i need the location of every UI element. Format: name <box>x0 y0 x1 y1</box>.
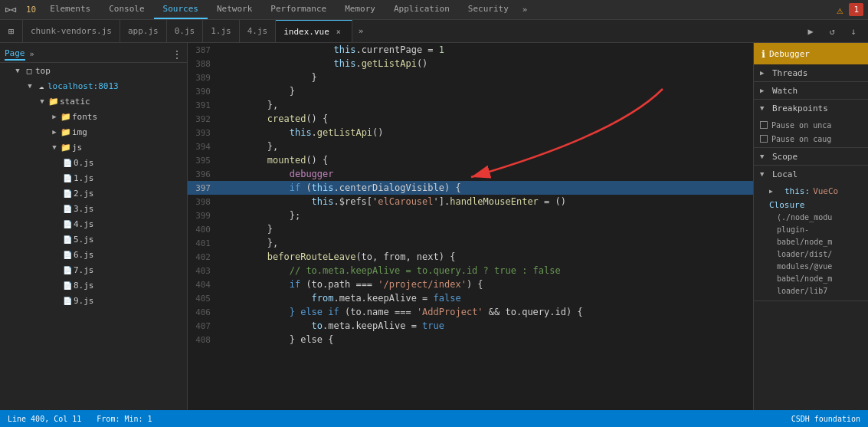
sidebar-menu-icon[interactable]: ⋮ <box>172 48 182 61</box>
tab-elements[interactable]: Elements <box>41 0 100 19</box>
tree-item-1-js[interactable]: 📄 1.js <box>0 170 187 186</box>
line-number: 397 <box>188 181 220 195</box>
code-line-396: 396 debugger <box>188 167 753 181</box>
folder-icon-static: 📁 <box>47 97 60 107</box>
tree-item-9-js[interactable]: 📄 9.js <box>0 293 187 308</box>
file-tab-4[interactable]: 4.js <box>240 20 277 42</box>
file-icon: 📄 <box>61 174 74 182</box>
file-tab-app[interactable]: app.js <box>120 20 167 42</box>
code-line-408: 408 } else { <box>188 333 753 347</box>
line-number: 387 <box>188 43 220 57</box>
line-number: 402 <box>188 250 220 264</box>
line-content: if (this.centerDialogVisible) { <box>220 181 753 195</box>
line-number: 404 <box>188 278 220 291</box>
code-line-398: 398 this.$refs['elCarousel'].handleMouse… <box>188 195 753 209</box>
file-tab-label: index.vue <box>283 27 329 37</box>
line-content: // to.meta.keepAlive = to.query.id ? tru… <box>220 264 753 278</box>
tree-item-localhost[interactable]: ▼ ☁ localhost:8013 <box>0 78 187 94</box>
code-line-402: 402 beforeRouteLeave(to, from, next) { <box>188 250 753 264</box>
watch-header[interactable]: ▶ Watch <box>754 82 868 99</box>
tab-security[interactable]: Security <box>459 0 518 19</box>
status-mid: From: Min: 1 <box>97 415 152 423</box>
right-panel: ℹ Debugger ▶ Threads ▶ Watch ▼ Breakpoin… <box>753 43 868 410</box>
tree-item-6-js[interactable]: 📄 6.js <box>0 247 187 262</box>
devtools-icon[interactable]: ⊳⊲ <box>0 0 21 20</box>
line-number: 388 <box>188 57 220 71</box>
tree-item-img[interactable]: ▶ 📁 img <box>0 124 187 140</box>
tab-memory[interactable]: Memory <box>336 0 385 19</box>
file-tabs-bar: ⊞ chunk-vendors.js app.js 0.js 1.js 4.js… <box>0 20 868 43</box>
code-line-395: 395 mounted() { <box>188 153 753 167</box>
more-sidebar-tabs[interactable]: » <box>30 50 34 58</box>
file-tab-chunk-vendors[interactable]: chunk-vendors.js <box>23 20 120 42</box>
tree-item-top[interactable]: ▼ □ top <box>0 63 187 78</box>
tab-application[interactable]: Application <box>385 0 459 19</box>
tree-item-2-js[interactable]: 📄 2.js <box>0 186 187 201</box>
this-arrow: ▶ <box>769 188 778 195</box>
step-over-icon[interactable]: ↺ <box>822 21 842 41</box>
file-tab-index-vue[interactable]: index.vue × <box>276 20 352 42</box>
closure-modules: modules/@vue <box>777 261 862 273</box>
file-tab-label: 0.js <box>175 26 195 36</box>
page-tab[interactable]: Page <box>5 48 25 61</box>
line-content: debugger <box>220 167 753 181</box>
breakpoint-caught: Pause on caug <box>760 132 862 146</box>
tree-label-img: img <box>72 127 87 137</box>
line-content: }, <box>220 140 753 153</box>
threads-arrow: ▶ <box>760 69 769 77</box>
breakpoints-section: ▼ Breakpoints Pause on unca Pause on cau… <box>754 100 868 148</box>
line-number: 399 <box>188 209 220 222</box>
bp-uncaught-checkbox[interactable] <box>760 121 768 129</box>
tree-item-5-js[interactable]: 📄 5.js <box>0 232 187 247</box>
watch-arrow: ▶ <box>760 87 769 94</box>
element-count: 10 <box>21 5 41 15</box>
breakpoint-uncaught: Pause on unca <box>760 118 862 132</box>
code-line-393: 393 this.getListApi() <box>188 126 753 140</box>
tree-item-0-js[interactable]: 📄 0.js <box>0 155 187 170</box>
scope-item-this: ▶ this: VueCo <box>769 184 862 198</box>
resume-icon[interactable]: ▶ <box>801 21 821 41</box>
threads-header[interactable]: ▶ Threads <box>754 64 868 81</box>
file-tab-label: 4.js <box>247 26 268 36</box>
local-header[interactable]: ▼ Local <box>754 166 868 182</box>
tree-item-static[interactable]: ▼ 📁 static <box>0 94 187 109</box>
line-content: } <box>220 84 753 98</box>
tree-item-8-js[interactable]: 📄 8.js <box>0 278 187 293</box>
more-tabs[interactable]: » <box>518 5 532 15</box>
line-content: }, <box>220 236 753 250</box>
tree-item-7-js[interactable]: 📄 7.js <box>0 262 187 278</box>
step-into-icon[interactable]: ↓ <box>843 21 863 41</box>
file-label: 8.js <box>74 281 94 291</box>
tree-item-fonts[interactable]: ▶ 📁 fonts <box>0 109 187 124</box>
closure-babel: babel/node_m <box>777 236 862 248</box>
tab-sources[interactable]: Sources <box>154 0 208 19</box>
tree-arrow-localhost: ▼ <box>25 82 35 90</box>
scope-title: Scope <box>772 152 798 162</box>
closure-key: Closure <box>769 200 804 210</box>
tree-item-4-js[interactable]: 📄 4.js <box>0 216 187 232</box>
more-file-tabs[interactable]: » <box>352 26 370 36</box>
file-tab-0[interactable]: 0.js <box>167 20 204 42</box>
tab-console[interactable]: Console <box>100 0 153 19</box>
tab-performance[interactable]: Performance <box>261 0 336 19</box>
scope-section: ▼ Scope <box>754 148 868 166</box>
breakpoints-header[interactable]: ▼ Breakpoints <box>754 100 868 117</box>
file-label: 0.js <box>74 158 94 168</box>
sidebar-toggle[interactable]: ⊞ <box>0 20 23 43</box>
tree-item-3-js[interactable]: 📄 3.js <box>0 201 187 216</box>
file-tab-1[interactable]: 1.js <box>203 20 240 42</box>
status-line-col: Line 400, Col 11 <box>8 415 81 423</box>
file-tab-label: chunk-vendors.js <box>31 26 112 36</box>
close-tab-icon[interactable]: × <box>333 26 344 37</box>
warning-icon: ⚠ <box>837 4 843 16</box>
code-editor[interactable]: 387 this.currentPage = 1388 this.getList… <box>188 43 753 410</box>
tab-network[interactable]: Network <box>208 0 261 19</box>
code-line-389: 389 } <box>188 71 753 84</box>
bp-caught-checkbox[interactable] <box>760 135 768 143</box>
info-icon: ℹ <box>762 48 765 60</box>
line-number: 390 <box>188 84 220 98</box>
scope-header[interactable]: ▼ Scope <box>754 148 868 165</box>
tree-item-js[interactable]: ▼ 📁 js <box>0 140 187 155</box>
breakpoints-title: Breakpoints <box>772 103 828 113</box>
code-scroll[interactable]: 387 this.currentPage = 1388 this.getList… <box>188 43 753 347</box>
